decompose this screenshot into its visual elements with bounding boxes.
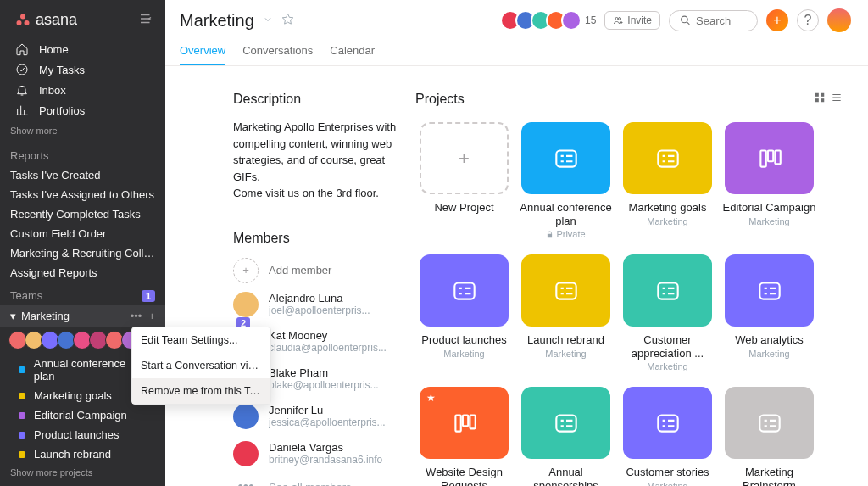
description-heading: Description [233,92,407,107]
report-link[interactable]: Tasks I've Assigned to Others [0,185,165,204]
project-tile [521,122,610,194]
sidebar-project[interactable]: Launch rebrand [0,444,165,464]
sidebar-item-inbox[interactable]: Inbox [0,80,165,100]
tab-overview[interactable]: Overview [180,39,225,65]
svg-rect-25 [658,415,677,431]
svg-rect-16 [775,150,780,164]
sidebar-item-my-tasks[interactable]: My Tasks [0,59,165,80]
svg-point-5 [615,18,618,20]
project-card[interactable]: Customer appreciation ...Marketing [619,254,716,371]
report-link[interactable]: Assigned Reports [0,263,165,282]
project-tile [521,254,610,327]
new-project-card[interactable]: +New Project [415,122,513,239]
member-name: Kat Mooney [269,329,387,342]
project-card[interactable]: Editorial CampaignMarketing [721,122,818,239]
invite-icon [613,15,623,25]
show-more-nav[interactable]: Show more [0,122,165,142]
project-tile [623,254,712,327]
context-menu-item[interactable]: Remove me from this Team [132,378,270,404]
current-user-avatar[interactable] [827,8,851,32]
add-member-label: Add member [269,264,331,277]
search-field[interactable] [696,14,747,27]
svg-rect-10 [815,98,819,102]
svg-point-2 [25,20,30,25]
project-tile [623,122,712,194]
member-row[interactable]: Jennifer Lujessica@apolloenterpris... [233,404,407,429]
show-more-projects[interactable]: Show more projects [0,464,165,484]
project-card[interactable]: Product launchesMarketing [415,254,513,371]
help-button[interactable]: ? [797,9,819,31]
list-view-icon[interactable] [831,92,843,107]
star-icon: ★ [426,392,436,404]
project-card[interactable]: Marketing goalsMarketing [619,122,716,239]
svg-point-6 [619,18,621,20]
project-tile [725,122,814,194]
project-name: Product launches [421,333,506,347]
sidebar-item-home[interactable]: Home [0,39,165,59]
report-link[interactable]: Tasks I've Created [0,165,165,185]
search-input[interactable] [669,10,758,31]
project-name: Editorial Campaign [723,201,816,215]
project-subtitle: Marketing [647,216,687,226]
invite-label: Invite [627,14,652,26]
team-marketing[interactable]: ▾ Marketing ••• + [0,305,165,327]
description-text[interactable]: Marketing Apollo Enterprises with compel… [233,119,407,202]
svg-rect-17 [454,282,474,299]
svg-rect-11 [821,98,824,102]
context-menu-item[interactable]: Edit Team Settings... [132,327,270,353]
page-header: Marketing 15 Invite + ? [165,0,868,66]
project-card[interactable]: Customer storiesMarketing [619,387,716,486]
project-subtitle: Marketing [647,361,687,371]
team-more-icon[interactable]: ••• [131,310,142,322]
add-member-button[interactable]: + Add member [233,258,407,283]
project-subtitle: Marketing [748,349,789,359]
report-link[interactable]: Recently Completed Tasks [0,204,165,224]
report-link[interactable]: Marketing & Recruiting Collab... [0,243,165,263]
team-add-icon[interactable]: + [148,310,155,322]
sidebar-header: asana [0,0,165,37]
sidebar-item-portfolios[interactable]: Portfolios [0,100,165,120]
project-card[interactable]: ★Website Design RequestsMarketing [415,387,513,486]
sidebar-project[interactable]: Editorial Campaign [0,405,165,425]
member-row[interactable]: Alejandro Lunajoel@apolloenterpris... [233,292,407,317]
description-line1: Marketing Apollo Enterprises with compel… [233,119,407,185]
invite-button[interactable]: Invite [604,11,660,30]
project-card[interactable]: Annual conference plan Private [517,122,615,239]
project-subtitle: Private [546,229,585,239]
collapse-sidebar-icon[interactable] [138,11,153,29]
svg-rect-22 [462,415,467,426]
sidebar: asana HomeMy TasksInboxPortfolios Show m… [0,0,165,486]
search-icon [680,14,691,26]
see-all-label: See all members [269,481,352,487]
svg-rect-15 [767,150,772,161]
project-card[interactable]: Marketing BrainstormMarketing [721,387,818,486]
brand-text: asana [36,11,77,29]
member-email: britney@randasana6.info [269,454,382,466]
sidebar-project[interactable]: Product launches [0,425,165,444]
grid-view-icon[interactable] [814,92,826,107]
star-icon[interactable] [281,13,294,29]
asana-logo[interactable]: asana [15,11,77,29]
member-avatar [233,404,259,429]
member-name: Alejandro Luna [269,292,370,304]
tab-conversations[interactable]: Conversations [242,39,313,65]
project-card[interactable]: Launch rebrandMarketing [517,254,615,371]
member-name: Daniela Vargas [269,441,382,454]
project-card[interactable]: Web analyticsMarketing [721,254,818,371]
team-name: Marketing [21,310,70,322]
svg-point-3 [17,64,27,75]
quick-add-button[interactable]: + [766,9,788,31]
project-card[interactable]: Annual sponsorshipsMarketing [517,387,615,486]
svg-rect-9 [821,93,824,97]
svg-rect-26 [760,415,779,431]
see-all-members[interactable]: ••• See all members [233,478,407,487]
main-content: Marketing 15 Invite + ? [165,0,868,486]
svg-point-7 [682,16,688,23]
report-link[interactable]: Custom Field Order [0,224,165,243]
member-row[interactable]: Daniela Vargasbritney@randasana6.info [233,441,407,466]
member-avatars[interactable]: 15 [500,10,596,31]
context-menu-item[interactable]: Start a Conversation via Email... [132,353,270,378]
tab-calendar[interactable]: Calendar [330,39,375,65]
page-title: Marketing [180,11,254,31]
title-dropdown-icon[interactable] [263,13,273,28]
